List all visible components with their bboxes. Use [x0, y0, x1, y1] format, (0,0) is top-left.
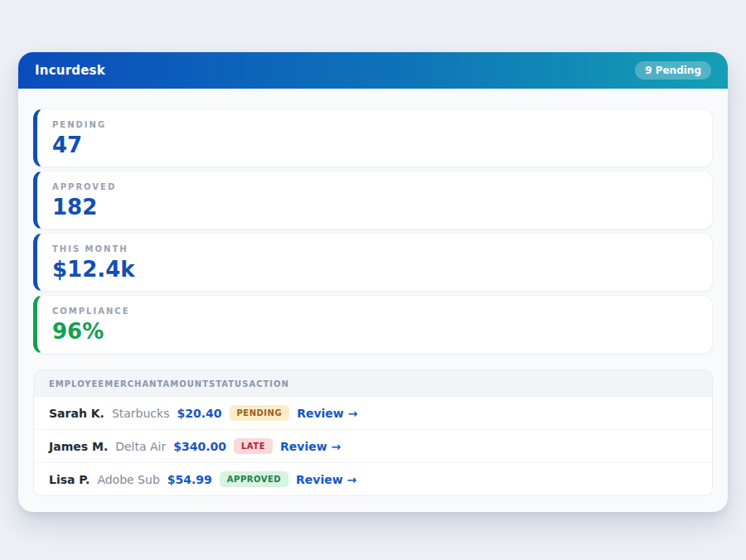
- stat-card-compliance: COMPLIANCE 96%: [33, 295, 713, 354]
- stat-label: THIS MONTH: [52, 244, 697, 253]
- stat-card-pending: PENDING 47: [33, 109, 713, 167]
- column-header-employee: EMPLOYEE: [49, 379, 104, 389]
- review-link[interactable]: Review →: [297, 407, 357, 420]
- table-header-row: EMPLOYEEMERCHANTAMOUNTSTATUSACTION: [34, 370, 712, 396]
- panel-body: PENDING 47 APPROVED 182 THIS MONTH $12.4…: [18, 89, 728, 512]
- column-header-merchant: MERCHANT: [104, 379, 162, 389]
- panel-header: Incurdesk 9 Pending: [18, 52, 728, 89]
- expense-amount: $20.40: [177, 407, 221, 420]
- expense-amount: $54.99: [167, 473, 212, 486]
- review-link[interactable]: Review →: [296, 473, 356, 486]
- column-header-amount: AMOUNT: [163, 379, 210, 389]
- stat-label: COMPLIANCE: [52, 307, 697, 316]
- stat-value: 182: [52, 195, 697, 220]
- review-link[interactable]: Review →: [280, 440, 341, 453]
- column-header-status: STATUS: [209, 379, 249, 389]
- merchant-name: Delta Air: [115, 440, 166, 453]
- stat-label: PENDING: [52, 120, 697, 129]
- merchant-name: Adobe Sub: [97, 473, 159, 486]
- merchant-name: Starbucks: [112, 407, 170, 420]
- stat-value: 96%: [52, 319, 697, 344]
- expense-amount: $340.00: [173, 440, 226, 453]
- employee-name: Sarah K.: [49, 407, 104, 420]
- pending-count-badge: 9 Pending: [635, 61, 711, 80]
- stat-value: $12.4k: [52, 257, 697, 282]
- column-header-action: ACTION: [249, 379, 289, 389]
- table-row: James M. Delta Air $340.00 LATE Review →: [34, 429, 712, 462]
- status-badge: PENDING: [230, 405, 290, 421]
- status-badge: APPROVED: [220, 471, 288, 487]
- expenses-table: EMPLOYEEMERCHANTAMOUNTSTATUSACTION Sarah…: [33, 369, 713, 496]
- page-background: Incurdesk 9 Pending PENDING 47 APPROVED …: [0, 0, 746, 560]
- stat-value: 47: [52, 133, 697, 157]
- stat-card-this-month: THIS MONTH $12.4k: [33, 233, 713, 292]
- employee-name: Lisa P.: [49, 473, 90, 486]
- incurdesk-panel: Incurdesk 9 Pending PENDING 47 APPROVED …: [18, 52, 728, 512]
- stat-card-approved: APPROVED 182: [33, 171, 713, 229]
- stat-label: APPROVED: [52, 182, 697, 191]
- status-badge: LATE: [234, 438, 273, 454]
- employee-name: James M.: [49, 440, 108, 453]
- app-title: Incurdesk: [35, 63, 105, 78]
- table-row: Lisa P. Adobe Sub $54.99 APPROVED Review…: [34, 462, 712, 495]
- table-row: Sarah K. Starbucks $20.40 PENDING Review…: [34, 396, 712, 429]
